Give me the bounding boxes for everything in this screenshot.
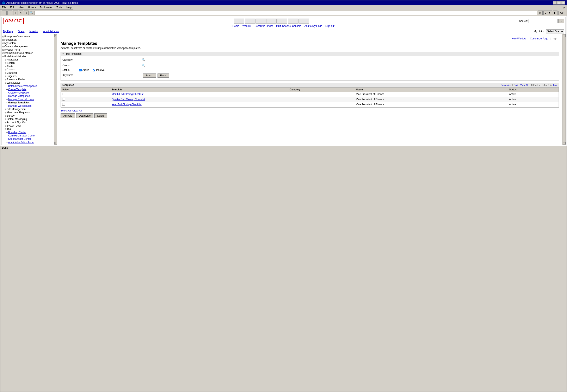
content-scroll-up[interactable]: ▲ xyxy=(563,34,566,37)
sidebar-item-workspaces[interactable]: ⊟Workspaces xyxy=(2,81,53,84)
gear-icon[interactable]: ⚙ xyxy=(561,6,567,10)
sidebar-item-enterprise[interactable]: ⊞Enterprise Components xyxy=(2,35,53,38)
template-link-3[interactable]: Year End Closing Checklist xyxy=(112,103,141,106)
sidebar-item-investor-portal[interactable]: ⊞Investor Portal xyxy=(2,48,53,51)
view-all-link[interactable]: View All xyxy=(520,84,528,86)
sidebar-item-create-workspace[interactable]: –Create Workspace xyxy=(2,91,53,94)
sidebar-item-menu-item-requests[interactable]: ⊞Menu Item Requests xyxy=(2,111,53,114)
tab-3[interactable] xyxy=(255,19,266,24)
new-window-link[interactable]: New Window xyxy=(512,37,526,40)
sidebar-item-site-manager[interactable]: –Site Manager Center xyxy=(2,137,53,140)
nav-resource-finder[interactable]: Resource Finder xyxy=(254,25,273,28)
sidebar-item-resource-finder[interactable]: ⊞Resource Finder xyxy=(2,78,53,81)
menu-bookmarks[interactable]: Bookmarks xyxy=(39,6,53,9)
sidebar-item-pagelets[interactable]: ⊞Pagelets xyxy=(2,74,53,78)
sidebar-item-batch-create[interactable]: –Batch Create Workspaces xyxy=(2,84,53,88)
search-button[interactable]: Search xyxy=(143,73,156,78)
sidebar-item-mycontent[interactable]: ⊞MyContent xyxy=(2,42,53,45)
stop-button[interactable]: ✕ xyxy=(19,11,23,15)
sidebar-item-content-mgmt[interactable]: ⊞Content Management xyxy=(2,45,53,48)
tab-7[interactable] xyxy=(298,19,309,24)
create-template-link[interactable]: Create Template xyxy=(8,88,27,91)
site-manager-link[interactable]: Site Manager Center xyxy=(8,138,31,140)
create-workspace-link[interactable]: Create Workspace xyxy=(8,91,29,94)
menu-history[interactable]: History xyxy=(27,6,37,9)
sidebar-item-site-mgmt[interactable]: ⊞Site Management xyxy=(2,108,53,111)
customize-link[interactable]: Customize xyxy=(500,84,511,86)
tab-2[interactable] xyxy=(245,19,255,24)
sidebar-item-peoplesoft[interactable]: ⊞PeopleSoft xyxy=(2,38,53,42)
owner-search-icon[interactable]: 🔍 xyxy=(142,64,145,67)
menu-help[interactable]: Help xyxy=(65,6,72,9)
sidebar-item-manage-external-users[interactable]: –Manage External Users xyxy=(2,98,53,101)
sidebar-item-internal-controls[interactable]: ⊞Internal Controls Enforcer xyxy=(2,51,53,55)
active-checkbox[interactable] xyxy=(79,69,82,71)
filter-header[interactable]: ▽ FilterTemplates xyxy=(61,52,559,56)
header-search-button[interactable]: → xyxy=(558,19,564,23)
context-manager-link[interactable]: Context Manager Center xyxy=(8,134,35,137)
clear-all-link[interactable]: Clear All xyxy=(72,109,82,112)
sidebar-item-account-sign-on[interactable]: ⊞Account Sign On xyxy=(2,121,53,124)
gr-button[interactable]: GR▼ xyxy=(543,11,552,15)
sidebar-item-search[interactable]: ⊞Search xyxy=(2,61,53,65)
sidebar-item-portal-admin[interactable]: ⊟Portal Administration xyxy=(2,55,53,58)
manage-workspaces-link[interactable]: Manage Workspaces xyxy=(8,104,32,107)
administer-action-items-link[interactable]: Administer Action Items xyxy=(8,141,34,144)
sidebar-scroll-down[interactable]: ▼ xyxy=(54,142,57,144)
template-link-2[interactable]: Quarter End Closing Checklist xyxy=(112,98,145,101)
select-all-link[interactable]: Select All xyxy=(60,109,71,112)
last-link[interactable]: Last xyxy=(553,84,557,86)
category-input[interactable] xyxy=(79,58,141,62)
sidebar-item-context[interactable]: ⊞Context xyxy=(2,68,53,71)
play-button[interactable]: ▶ xyxy=(553,11,557,15)
template-link-1[interactable]: Month End Closing Checklist xyxy=(112,93,143,96)
nav-home[interactable]: Home xyxy=(233,25,239,28)
nav-guest[interactable]: Guest xyxy=(18,30,24,33)
menu-file[interactable]: File xyxy=(1,6,7,9)
find-link[interactable]: Find xyxy=(513,84,518,86)
menu-edit[interactable]: Edit xyxy=(9,6,15,9)
sidebar-item-administer-action-items[interactable]: –Administer Action Items xyxy=(2,140,53,144)
home-button[interactable]: ⌂ xyxy=(24,11,29,15)
manage-external-users-link[interactable]: Manage External Users xyxy=(8,98,34,101)
deactivate-button[interactable]: Deactivate xyxy=(76,113,94,118)
tab-5[interactable] xyxy=(277,19,287,24)
sidebar-item-manage-workspaces[interactable]: –Manage Workspaces xyxy=(2,104,53,108)
arrow-button[interactable]: ▶ xyxy=(538,11,543,15)
nav-my-page[interactable]: My Page xyxy=(3,30,13,33)
sidebar-item-context-manager[interactable]: –Context Manager Center xyxy=(2,134,53,137)
sidebar-item-branding[interactable]: ⊞Branding xyxy=(2,71,53,74)
inactive-checkbox[interactable] xyxy=(93,69,95,71)
keyword-input[interactable] xyxy=(79,73,141,77)
nav-sign-out[interactable]: Sign out xyxy=(325,25,334,28)
delete-button[interactable]: Delete xyxy=(94,113,107,118)
sidebar-item-manage-templates[interactable]: ▪Manage Templates xyxy=(2,101,53,104)
tab-1[interactable] xyxy=(234,19,244,24)
manage-categories-link[interactable]: Manage Categories xyxy=(8,95,30,98)
nav-investor[interactable]: Investor xyxy=(29,30,38,33)
menu-tools[interactable]: Tools xyxy=(56,6,63,9)
category-search-icon[interactable]: 🔍 xyxy=(142,58,145,61)
sidebar-item-branding-center[interactable]: –Branding Center xyxy=(2,131,53,134)
row-checkbox-3[interactable] xyxy=(62,103,65,106)
sidebar-item-alerts[interactable]: ⊞Alerts xyxy=(2,65,53,68)
row-checkbox-1[interactable] xyxy=(62,93,65,95)
nav-administration[interactable]: Administration xyxy=(43,30,59,33)
row-checkbox-2[interactable] xyxy=(62,98,65,100)
sidebar-item-create-template[interactable]: –Create Template xyxy=(2,88,53,91)
sidebar-item-test[interactable]: ⊞Test xyxy=(2,127,53,131)
branding-center-link[interactable]: Branding Center xyxy=(8,131,26,134)
batch-create-link[interactable]: Batch Create Workspaces xyxy=(8,85,37,87)
tab-6[interactable] xyxy=(288,19,298,24)
header-search-input[interactable] xyxy=(529,19,557,23)
address-bar[interactable]: http://livesearch.alltheweb.com/ xyxy=(34,11,537,15)
forward-button[interactable]: → xyxy=(7,11,12,15)
nav-multi-channel[interactable]: Multi Channel Console xyxy=(276,25,301,28)
maximize-button[interactable]: □ xyxy=(557,1,561,4)
back-button[interactable]: ← xyxy=(2,11,7,15)
menu-view[interactable]: View xyxy=(18,6,25,9)
sidebar-item-instant-messaging[interactable]: ⊞Instant Messaging xyxy=(2,117,53,121)
sidebar-scroll-up[interactable]: ▲ xyxy=(54,34,57,37)
title-bar-controls[interactable]: _ □ ✕ xyxy=(553,1,565,4)
owner-input[interactable] xyxy=(79,63,141,67)
